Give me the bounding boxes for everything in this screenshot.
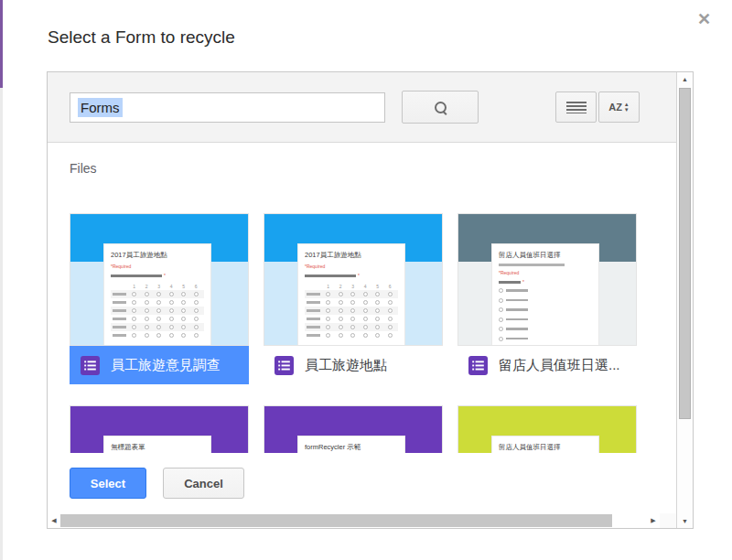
preview-title: 2017員工旅遊地點 [111, 251, 204, 260]
preview-title: 無標題表單 [111, 443, 204, 452]
vertical-scroll-track[interactable] [677, 86, 694, 514]
thumbnail: 無標題表單 *Required [70, 405, 249, 453]
preview-grid: 123456 [305, 282, 398, 339]
vertical-scroll-thumb[interactable] [679, 88, 691, 419]
preview-title: 留店人員值班日選擇 [499, 443, 592, 452]
page-edge-purple [0, 0, 3, 88]
search-button[interactable] [402, 91, 479, 124]
horizontal-scroll-thumb[interactable] [60, 514, 612, 527]
thumbnail: 留店人員值班日選擇 [458, 405, 637, 453]
form-preview: 留店人員值班日選擇 [491, 436, 599, 453]
forms-icon [274, 356, 294, 375]
scroll-right-icon[interactable]: ▶ [647, 517, 660, 524]
thumbnail: 2017員工旅遊地點 *Required * 123456 [70, 213, 249, 346]
dialog-title: Select a Form to recycle [48, 27, 235, 48]
sort-az-icon: AZ ▲ ▼ [608, 102, 630, 113]
preview-title: 2017員工旅遊地點 [305, 251, 398, 260]
horizontal-scrollbar[interactable]: ◀ ▶ [48, 513, 676, 528]
page-edge-strip [0, 0, 3, 560]
card-footer[interactable]: 員工旅遊地點 [264, 346, 443, 384]
file-card-shift-day-pick[interactable]: 留店人員值班日選擇 *Required * [458, 213, 637, 384]
list-view-button[interactable] [555, 92, 597, 123]
preview-title: formRecycler 示範 [305, 443, 398, 452]
action-bar: Select Cancel [48, 453, 676, 513]
sort-az-button[interactable]: AZ ▲ ▼ [598, 92, 640, 123]
preview-required: *Required [111, 264, 204, 269]
file-card-employee-trip-location[interactable]: 2017員工旅遊地點 *Required * 123456 [264, 213, 443, 384]
file-title: 留店人員值班日選... [499, 357, 620, 374]
card-footer[interactable]: 員工旅遊意見調查 [70, 346, 249, 384]
preview-required: *Required [499, 270, 592, 275]
form-preview: 留店人員值班日選擇 *Required * [491, 243, 599, 346]
form-preview: 2017員工旅遊地點 *Required * 123456 [297, 243, 405, 346]
sort-down-icon: ▼ [624, 107, 630, 113]
horizontal-scroll-track[interactable] [60, 514, 647, 527]
file-card-employee-trip-survey[interactable]: 2017員工旅遊地點 *Required * 123456 [70, 213, 249, 384]
scrollbar-corner [660, 513, 676, 528]
file-card-untitled-form[interactable]: 無標題表單 *Required [70, 405, 249, 453]
file-title: 員工旅遊意見調查 [111, 357, 221, 374]
picker-dialog: Select a Form to recycle ✕ Forms AZ [0, 0, 732, 560]
search-query-text: Forms [78, 98, 123, 117]
search-icon [435, 102, 447, 113]
cancel-button[interactable]: Cancel [163, 468, 244, 499]
preview-grid: 123456 [111, 282, 204, 339]
scroll-up-icon[interactable]: ▲ [677, 72, 694, 86]
form-preview: 無標題表單 *Required [103, 436, 211, 453]
vertical-scrollbar[interactable]: ▲ ▼ [676, 72, 693, 528]
search-input[interactable]: Forms [70, 92, 385, 123]
file-card-formrecycler-demo[interactable]: formRecycler 示範 [264, 405, 443, 453]
thumbnail: 2017員工旅遊地點 *Required * 123456 [264, 213, 443, 346]
thumbnail: formRecycler 示範 [264, 405, 443, 453]
search-bar: Forms AZ ▲ ▼ [48, 72, 676, 143]
forms-icon [468, 356, 488, 375]
form-preview: 2017員工旅遊地點 *Required * 123456 [103, 243, 211, 346]
select-button[interactable]: Select [70, 468, 146, 499]
scroll-down-icon[interactable]: ▼ [677, 514, 694, 528]
preview-required: *Required [305, 264, 398, 269]
files-grid: 2017員工旅遊地點 *Required * 123456 [70, 213, 655, 453]
close-icon[interactable]: ✕ [697, 9, 711, 29]
scroll-left-icon[interactable]: ◀ [48, 517, 60, 524]
card-footer[interactable]: 留店人員值班日選... [458, 346, 637, 384]
files-section-label: Files [70, 161, 676, 176]
preview-title: 留店人員值班日選擇 [499, 251, 592, 260]
picker-panel: Forms AZ ▲ ▼ [47, 71, 694, 529]
list-view-icon [566, 102, 587, 113]
file-card-shift-day-pick-2[interactable]: 留店人員值班日選擇 [458, 405, 637, 453]
form-preview: formRecycler 示範 [297, 436, 405, 453]
files-viewport: Files 2017員工旅遊地點 *Required * [48, 143, 676, 453]
thumbnail: 留店人員值班日選擇 *Required * [458, 213, 637, 346]
forms-icon [81, 356, 100, 375]
file-title: 員工旅遊地點 [305, 357, 387, 374]
